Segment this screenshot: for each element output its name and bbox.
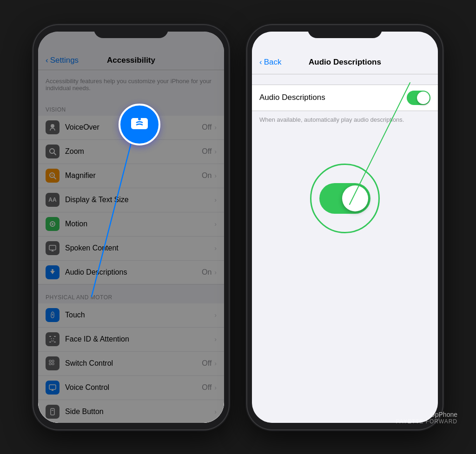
left-phone-notch [94,25,168,38]
big-toggle-track[interactable] [319,183,370,214]
right-back-label[interactable]: Back [264,58,282,67]
left-dim-overlay [38,32,224,423]
annotation-icon [129,114,150,135]
left-phone: ‹ Settings Accessibility Accessibility f… [33,25,229,429]
right-phone-screen: ‹ Back Audio Descriptions Audio Descript… [252,32,438,423]
big-toggle-wrapper [319,183,370,214]
right-toggle-row: Audio Descriptions [252,85,438,111]
right-phone-notch [308,25,382,38]
large-toggle-section [252,152,438,245]
watermark-upphone: UpPhone [396,411,457,418]
right-toggle-label: Audio Descriptions [259,93,407,102]
annotation-circle [119,104,160,145]
watermark-payette: PAYETTE FORWARD [396,418,457,425]
watermark: UpPhone PAYETTE FORWARD [396,411,457,425]
left-phone-screen: ‹ Settings Accessibility Accessibility f… [38,32,224,423]
toggle-knob [417,92,430,104]
right-back-button[interactable]: ‹ Back [259,58,281,67]
big-toggle-knob [342,185,368,211]
right-nav-title: Audio Descriptions [309,58,381,67]
screenshot-container: ‹ Settings Accessibility Accessibility f… [0,16,476,439]
right-toggle-section: Audio Descriptions [252,85,438,111]
audio-desc-toggle[interactable] [407,91,430,105]
right-screen-content: ‹ Back Audio Descriptions Audio Descript… [252,32,438,423]
right-phone: ‹ Back Audio Descriptions Audio Descript… [247,25,443,429]
right-chevron-icon: ‹ [259,58,262,67]
svg-point-25 [138,118,141,120]
right-nav-bar: ‹ Back Audio Descriptions [252,52,438,74]
right-hint-text: When available, automatically play audio… [252,111,438,129]
